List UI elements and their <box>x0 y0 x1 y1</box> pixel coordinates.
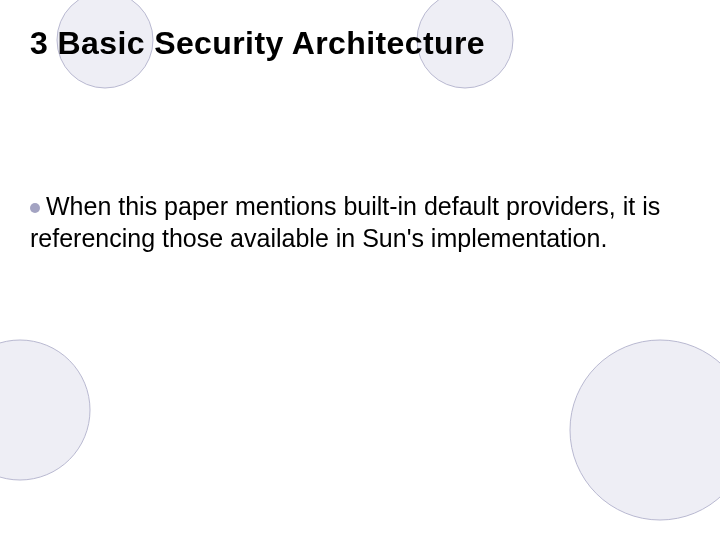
svg-point-3 <box>570 340 720 520</box>
background-circles <box>0 0 720 540</box>
bullet-dot-icon <box>30 203 40 213</box>
bullet-item: When this paper mentions built-in defaul… <box>30 190 680 254</box>
slide-title: 3 Basic Security Architecture <box>30 25 485 62</box>
bullet-text: When this paper mentions built-in defaul… <box>30 192 660 252</box>
slide-body: When this paper mentions built-in defaul… <box>30 190 680 254</box>
svg-point-2 <box>0 340 90 480</box>
